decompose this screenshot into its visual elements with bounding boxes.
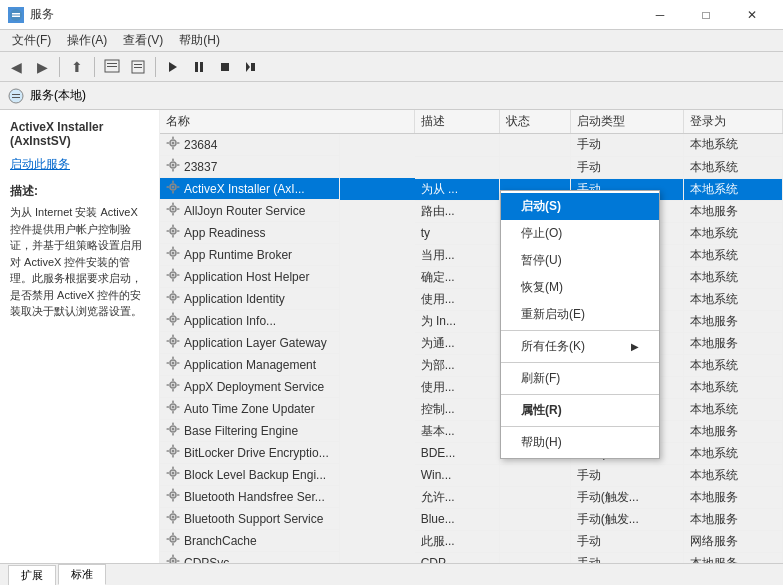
table-row[interactable]: 23684手动本地系统 — [160, 134, 783, 157]
stop-service-button[interactable] — [213, 55, 237, 79]
cell-desc: BDE... — [415, 442, 500, 464]
svg-rect-32 — [172, 181, 174, 184]
context-menu-item-label: 所有任务(K) — [521, 338, 585, 355]
table-row[interactable]: Application Layer Gateway为通...手动本地服务 — [160, 332, 783, 354]
table-row[interactable]: Application Management为部...手动本地系统 — [160, 354, 783, 376]
left-panel: ActiveX Installer (AxInstSV) 启动此服务 描述: 为… — [0, 110, 160, 563]
svg-rect-111 — [172, 477, 174, 480]
cell-desc: ty — [415, 222, 500, 244]
service-icon — [166, 246, 180, 263]
table-row[interactable]: AllJoyn Router Service路由...手动(触发...本地服务 — [160, 200, 783, 222]
table-row[interactable]: Base Filtering Engine基本...正在...自动本地服务 — [160, 420, 783, 442]
svg-rect-82 — [167, 362, 170, 364]
cell-desc: 此服... — [415, 530, 500, 552]
table-row[interactable]: App Readinessty正在...自动本地系统 — [160, 222, 783, 244]
cell-startup: 手动 — [570, 530, 683, 552]
tabs-bar: 扩展 标准 — [0, 563, 783, 585]
cell-desc: 为从 ... — [415, 178, 500, 200]
service-icon — [166, 488, 180, 505]
menu-action[interactable]: 操作(A) — [59, 30, 115, 51]
svg-rect-75 — [172, 345, 174, 348]
table-row[interactable]: Block Level Backup Engi...Win...手动本地系统 — [160, 464, 783, 486]
svg-rect-22 — [167, 142, 170, 144]
service-name-text: 23837 — [184, 160, 217, 174]
context-menu-item[interactable]: 停止(O) — [501, 220, 659, 247]
table-row[interactable]: Auto Time Zone Updater控制...正在...自动本地系统 — [160, 398, 783, 420]
cell-name: Application Layer Gateway — [160, 332, 340, 354]
menu-file[interactable]: 文件(F) — [4, 30, 59, 51]
table-row[interactable]: Application Identity使用...正在...手动(触发...本地… — [160, 288, 783, 310]
svg-rect-47 — [177, 230, 180, 232]
table-row[interactable]: AppX Deployment Service使用...正在...手动本地系统 — [160, 376, 783, 398]
context-menu-item[interactable]: 所有任务(K)▶ — [501, 333, 659, 360]
col-logon[interactable]: 登录为 — [683, 110, 782, 134]
svg-rect-71 — [177, 318, 180, 320]
table-row[interactable]: CDPSvcCDP...手动本地服务 — [160, 552, 783, 563]
col-name[interactable]: 名称 — [160, 110, 415, 134]
svg-rect-100 — [167, 428, 170, 430]
close-button[interactable]: ✕ — [729, 0, 775, 30]
menu-view[interactable]: 查看(V) — [115, 30, 171, 51]
pause-service-button[interactable] — [187, 55, 211, 79]
svg-point-25 — [172, 164, 175, 167]
context-menu-item[interactable]: 暂停(U) — [501, 247, 659, 274]
table-row[interactable]: 23837手动本地系统 — [160, 156, 783, 178]
maximize-button[interactable]: □ — [683, 0, 729, 30]
cell-name: 23837 — [160, 156, 340, 178]
table-row[interactable]: App Runtime Broker当用...手动本地系统 — [160, 244, 783, 266]
service-name-text: BitLocker Drive Encryptio... — [184, 446, 329, 460]
minimize-button[interactable]: ─ — [637, 0, 683, 30]
table-row[interactable]: Application Info...为 In...手动本地服务 — [160, 310, 783, 332]
context-menu-item[interactable]: 启动(S) — [501, 193, 659, 220]
svg-rect-129 — [172, 543, 174, 546]
col-desc[interactable]: 描述 — [415, 110, 500, 134]
svg-rect-70 — [167, 318, 170, 320]
context-menu-item-label: 重新启动(E) — [521, 306, 585, 323]
svg-rect-118 — [167, 494, 170, 496]
cell-startup: 手动(触发... — [570, 486, 683, 508]
table-row[interactable]: Application Host Helper确定...手动(触发...本地系统 — [160, 266, 783, 288]
svg-rect-95 — [177, 406, 180, 408]
table-row[interactable]: Bluetooth Support ServiceBlue...手动(触发...… — [160, 508, 783, 530]
svg-rect-62 — [172, 291, 174, 294]
context-menu-item[interactable]: 恢复(M) — [501, 274, 659, 301]
back-button[interactable]: ◀ — [4, 55, 28, 79]
restart-service-button[interactable] — [239, 55, 263, 79]
svg-point-91 — [172, 406, 175, 409]
cell-name: Auto Time Zone Updater — [160, 398, 340, 420]
cell-logon: 本地系统 — [683, 244, 782, 266]
context-menu-item[interactable]: 属性(R) — [501, 397, 659, 424]
up-button[interactable]: ⬆ — [65, 55, 89, 79]
start-service-link[interactable]: 启动此服务 — [10, 156, 149, 173]
start-service-button[interactable] — [161, 55, 185, 79]
table-row[interactable]: BitLocker Drive Encryptio...BDE...手动(触发.… — [160, 442, 783, 464]
menu-help[interactable]: 帮助(H) — [171, 30, 228, 51]
forward-button[interactable]: ▶ — [30, 55, 54, 79]
svg-rect-74 — [172, 335, 174, 338]
svg-rect-136 — [167, 560, 170, 562]
col-status[interactable]: 状态 — [500, 110, 571, 134]
context-menu-item[interactable]: 重新启动(E) — [501, 301, 659, 328]
cell-logon: 本地服务 — [683, 332, 782, 354]
service-name-text: App Runtime Broker — [184, 248, 292, 262]
col-startup[interactable]: 启动类型 — [570, 110, 683, 134]
svg-rect-131 — [177, 538, 180, 540]
properties-button[interactable] — [126, 55, 150, 79]
svg-rect-124 — [167, 516, 170, 518]
pause-icon — [193, 61, 205, 73]
cell-logon: 本地服务 — [683, 508, 782, 530]
context-menu-item[interactable]: 帮助(H) — [501, 429, 659, 456]
svg-rect-12 — [221, 63, 229, 71]
svg-rect-130 — [167, 538, 170, 540]
table-row[interactable]: BranchCache此服...手动网络服务 — [160, 530, 783, 552]
cell-status — [500, 486, 571, 508]
table-row[interactable]: ActiveX Installer (AxI...为从 ...手动本地系统 — [160, 178, 783, 200]
table-row[interactable]: Bluetooth Handsfree Ser...允许...手动(触发...本… — [160, 486, 783, 508]
context-menu-item[interactable]: 刷新(F) — [501, 365, 659, 392]
cell-logon: 本地服务 — [683, 552, 782, 563]
show-hide-button[interactable] — [100, 55, 124, 79]
tab-expand[interactable]: 扩展 — [8, 565, 56, 585]
svg-rect-63 — [172, 301, 174, 304]
tab-standard[interactable]: 标准 — [58, 564, 106, 585]
service-icon — [166, 554, 180, 563]
